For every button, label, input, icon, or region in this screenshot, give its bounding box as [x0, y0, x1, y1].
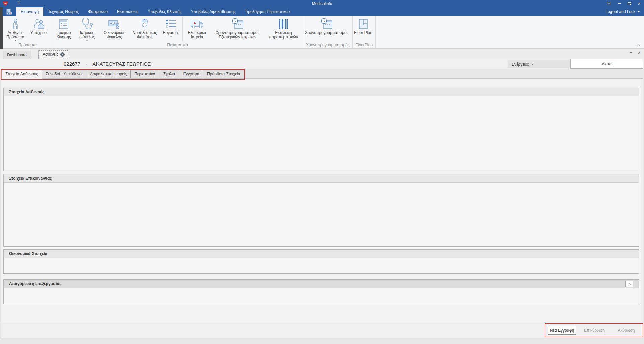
ribbon-button-grafeio-kinisis[interactable]: Γραφείο Κίνησης [53, 16, 75, 42]
window-title: Medicalinfo [0, 0, 644, 7]
doc-tab-dashboard[interactable]: Dashboard [3, 51, 31, 59]
ribbon-button-ergasies[interactable]: Εργασίες [160, 16, 181, 42]
tab-close-all-icon[interactable]: ✕ [638, 51, 641, 55]
finance-hourglass-icon [108, 17, 121, 31]
chevron-down-icon [531, 64, 534, 65]
document-tab-bar: Dashboard Ασθενείς ✕ ✕ [0, 49, 644, 59]
confirm-button[interactable]: Επικύρωση [582, 326, 606, 335]
minimize-button[interactable] [618, 3, 621, 4]
ribbon-group-peristatiko: Γραφείο Κίνησης Ιατρικός Φάκελος Οικονομ… [52, 16, 303, 48]
separator: - [86, 61, 87, 67]
titlebar: Medicalinfo ✕ [0, 0, 644, 7]
ribbon-group-label: Πρόσωπα [4, 42, 51, 48]
ribbon-group-xronoprogrammatismos: Χρονοπρογραμματισμός Χρονοπρογραμματισμό… [303, 16, 353, 48]
section-title: Οικονομικά Στοιχεία [4, 250, 639, 258]
section-collapse-icon[interactable] [625, 281, 633, 287]
ribbon-group-floorplan: Floor Plan FloorPlan [353, 16, 376, 48]
patient-code: 022677 [64, 61, 80, 67]
ribbon: Ασθενείς Πρόσωπα Υπόχρεοι Πρόσωπα Γραφεί… [0, 16, 644, 49]
tab-list-dropdown-icon[interactable] [630, 52, 632, 54]
nurse-icon [139, 17, 151, 31]
page-tab-peristatika[interactable]: Περιστατικά [131, 70, 159, 78]
menu-tab-ypovoles-aimokatharsis[interactable]: Υποβολές Αιμοκάθαρσης [186, 7, 240, 16]
section-title: Στοιχεία Επικοινωνίας [4, 174, 639, 183]
ribbon-button-eksoterika-iatreia[interactable]: Εξωτερικά Ιατρεία [184, 16, 210, 42]
menu-tab-texnitos-nefros[interactable]: Τεχνητός Νεφρός [43, 7, 83, 16]
restore-button[interactable] [628, 2, 631, 5]
patient-person-icon [10, 17, 21, 31]
ribbon-display-options-icon[interactable] [607, 2, 611, 5]
document-list-icon [58, 17, 70, 31]
schedule-calendar-clock-icon [231, 17, 244, 31]
section-title: Στοιχεία Ασθενούς [4, 88, 639, 96]
page-tab-asfalistikoi-foreis[interactable]: Ασφαλιστικοί Φορείς [86, 70, 131, 78]
ribbon-group-label: Χρονοπρογραμματισμός [304, 42, 352, 48]
ribbon-button-ypoxreoi[interactable]: Υπόχρεοι [27, 16, 51, 42]
actions-button[interactable]: Ενέργειες [508, 60, 570, 68]
list-button[interactable]: Λίστα [570, 59, 643, 69]
menu-tab-timologisi[interactable]: Τιμολόγηση Περιστατικού [240, 7, 295, 16]
ribbon-button-floor-plan[interactable]: Floor Plan [353, 16, 373, 42]
new-record-button[interactable]: Νέα Εγγραφή [548, 326, 576, 335]
ribbon-separator [182, 17, 183, 41]
page-tab-prostheta-stoixeia[interactable]: Πρόσθετα Στοιχεία [203, 70, 244, 78]
barcode-icon [277, 17, 289, 31]
ribbon-button-xronoprogrammatismos-eksoterikon[interactable]: Χρονοπρογραμματισμός Εξωτερικών Ιατρείων [210, 16, 265, 42]
ribbon-button-astheneis-prosopa[interactable]: Ασθενείς Πρόσωπα [4, 16, 27, 42]
patient-name: ΑΚΑΤΣΟΥΡΑΣ ΓΕΩΡΓΙΟΣ [93, 61, 151, 67]
logout-and-lock-button[interactable]: Logout and Lock [605, 7, 640, 16]
tasks-checklist-icon [165, 17, 177, 31]
ribbon-button-ektelesi-parapemptikon[interactable]: Εκτέλεση παραπεμπτικών [265, 16, 302, 42]
page-tab-stoixeia-asthenous[interactable]: Στοιχεία Ασθενούς [1, 70, 42, 79]
menubar: Εισαγωγή Τεχνητός Νεφρός Φαρμακείο Εκτυπ… [0, 7, 644, 16]
close-button[interactable]: ✕ [638, 0, 641, 7]
menu-tab-farmakeio[interactable]: Φαρμακείο [83, 7, 112, 16]
page-tab-sxolia[interactable]: Σχόλια [159, 70, 179, 78]
dropdown-caret-icon [86, 40, 88, 41]
ambulance-icon [190, 17, 204, 31]
dropdown-caret-icon [14, 40, 17, 41]
ribbon-group-label: Περιστατικό [53, 42, 302, 48]
page-tab-synodoi[interactable]: Συνοδοί - Υπεύθυνοι [42, 70, 86, 78]
section-financial-details: Οικονομικά Στοιχεία [3, 249, 639, 274]
section-patient-details: Στοιχεία Ασθενούς [3, 88, 639, 171]
ribbon-button-nosileytikos-fakelos[interactable]: Νοσηλευτικός Φάκελος [129, 16, 160, 42]
desktop-edge [0, 7, 3, 49]
ribbon-group-label: FloorPlan [353, 42, 375, 48]
patient-title: 022677 - ΑΚΑΤΣΟΥΡΑΣ ΓΕΩΡΓΙΟΣ [64, 59, 155, 69]
stethoscope-icon [81, 17, 93, 31]
application-button[interactable] [5, 8, 13, 15]
chevron-down-icon [637, 11, 640, 12]
ribbon-button-oikonomikos-fakelos[interactable]: Οικονομικός Φάκελος [100, 16, 129, 42]
page-tabs-annotation-box: Στοιχεία Ασθενούς Συνοδοί - Υπεύθυνοι Ασ… [1, 69, 245, 80]
section-edit-lock: Απαγόρευση επεξεργασίας [3, 279, 639, 304]
doc-tab-astheneis[interactable]: Ασθενείς ✕ [38, 50, 69, 59]
schedule-calendar-clock-icon [320, 17, 333, 31]
page-tab-eggrafa[interactable]: Έγγραφα [179, 70, 203, 78]
floor-plan-icon [358, 17, 369, 31]
section-contact-details: Στοιχεία Επικοινωνίας [3, 174, 639, 247]
menu-tab-eisagogi[interactable]: Εισαγωγή [16, 7, 43, 16]
ribbon-collapse-icon[interactable] [636, 43, 641, 48]
ribbon-button-xronoprogrammatismos[interactable]: Χρονοπρογραμματισμός [304, 16, 349, 42]
people-icon [33, 17, 45, 31]
dropdown-caret-icon [170, 36, 172, 37]
menu-tab-ypovoles-klinikis[interactable]: Υποβολές Κλινικής [143, 7, 186, 16]
menu-tab-ektyposeis[interactable]: Εκτυπώσεις [112, 7, 143, 16]
section-title: Απαγόρευση επεξεργασίας [4, 280, 639, 288]
ribbon-button-iatrikos-fakelos[interactable]: Ιατρικός Φάκελος [75, 16, 100, 42]
tab-close-icon[interactable]: ✕ [60, 52, 65, 57]
cancel-button[interactable]: Ακύρωση [615, 326, 637, 335]
ribbon-group-prosopa: Ασθενείς Πρόσωπα Υπόχρεοι Πρόσωπα [3, 16, 52, 48]
menu-tabs: Εισαγωγή Τεχνητός Νεφρός Φαρμακείο Εκτυπ… [16, 7, 295, 16]
